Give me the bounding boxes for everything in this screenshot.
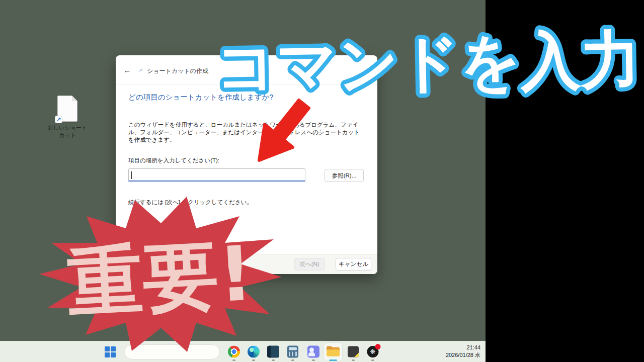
clock-time: 21:44	[446, 344, 480, 351]
running-indicator	[371, 359, 374, 361]
shortcut-arrow-badge: ↗	[55, 116, 62, 123]
teams-icon	[307, 346, 319, 358]
obs-icon	[367, 346, 379, 357]
running-indicator	[272, 359, 275, 361]
dialog-title: ショートカットの作成	[147, 67, 208, 75]
taskbar-item-sticky-notes[interactable]	[344, 343, 362, 361]
edge-icon	[248, 346, 260, 358]
recording-dot	[375, 344, 381, 349]
blank-file-icon: ↗	[57, 96, 77, 122]
desktop: ↗ 新しいショートカット ← ↗ ショートカットの作成 どの項目のショートカット…	[0, 0, 486, 362]
taskbar-item-teams[interactable]	[304, 343, 323, 361]
calculator-icon	[287, 346, 298, 358]
taskbar-item-calculator[interactable]	[284, 343, 302, 361]
wizard-icon: ↗	[138, 67, 142, 74]
browse-button[interactable]: 参照(R)...	[325, 169, 364, 182]
active-indicator	[329, 359, 337, 361]
next-instruction: 続行するには [次へ] をクリックしてください。	[128, 199, 365, 206]
sticky-notes-icon	[348, 346, 359, 357]
dark-app-icon	[267, 346, 279, 358]
taskbar-item-dark-app[interactable]	[264, 343, 282, 361]
running-indicator	[232, 359, 235, 361]
dialog-footer: 次へ(N) キャンセル	[116, 254, 377, 274]
clock-date: 2026/01/28 水	[446, 351, 480, 359]
dialog-titlebar: ← ↗ ショートカットの作成	[116, 55, 377, 84]
windows-logo-icon	[111, 352, 116, 357]
taskbar-item-chrome[interactable]	[225, 343, 243, 361]
taskbar-clock[interactable]: 21:44 2026/01/28 水	[446, 344, 480, 359]
start-button[interactable]	[105, 346, 116, 357]
dialog-heading: どの項目のショートカットを作成しますか?	[128, 93, 365, 102]
page-fold	[72, 96, 77, 101]
search-box[interactable]	[124, 344, 220, 359]
windows-logo-icon	[105, 346, 110, 351]
text-caret	[131, 171, 132, 179]
taskbar: 21:44 2026/01/28 水	[0, 341, 486, 362]
composite-screenshot: ↗ 新しいショートカット ← ↗ ショートカットの作成 どの項目のショートカット…	[0, 0, 644, 362]
location-label: 項目の場所を入力してください(T):	[128, 157, 365, 164]
running-indicator	[291, 359, 294, 361]
windows-logo-icon	[105, 352, 110, 357]
create-shortcut-dialog: ← ↗ ショートカットの作成 どの項目のショートカットを作成しますか? このウィ…	[116, 55, 377, 274]
running-indicator	[312, 359, 315, 361]
desktop-icon-label: 新しいショートカット	[47, 124, 88, 139]
taskbar-item-obs[interactable]	[364, 343, 382, 361]
desktop-icon-new-shortcut[interactable]: ↗ 新しいショートカット	[47, 96, 88, 139]
dialog-description: このウィザードを使用すると、ローカルまたはネットワークにあるプログラム、ファイル…	[128, 121, 361, 144]
taskbar-item-file-explorer[interactable]	[324, 343, 342, 361]
taskbar-item-edge[interactable]	[245, 343, 263, 361]
next-button[interactable]: 次へ(N)	[294, 258, 325, 270]
location-input[interactable]	[128, 168, 305, 182]
file-explorer-icon	[327, 346, 340, 357]
cancel-button[interactable]: キャンセル	[336, 258, 371, 270]
back-button[interactable]: ←	[122, 65, 133, 75]
windows-logo-icon	[111, 346, 116, 351]
running-indicator	[252, 359, 255, 361]
chrome-icon	[228, 346, 240, 358]
running-indicator	[352, 359, 355, 361]
dialog-body: どの項目のショートカットを作成しますか? このウィザードを使用すると、ローカルま…	[128, 84, 365, 206]
